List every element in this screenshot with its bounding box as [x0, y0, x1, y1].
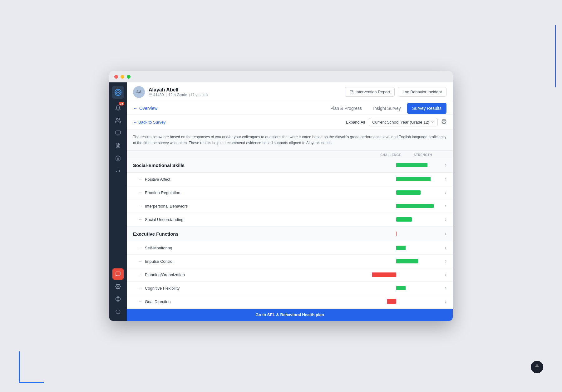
student-id-value: 41430 [153, 93, 164, 97]
accessibility-button[interactable] [531, 361, 543, 373]
sub-bar-area [334, 190, 440, 195]
category-social-emotional: Social-Emotional Skills › → Positive Aff [127, 158, 453, 227]
challenge-header: CHALLENGE [380, 153, 401, 157]
tab-insight-survey[interactable]: Insight Survey [368, 103, 406, 114]
sub-bar-area [334, 217, 440, 222]
sub-bar-challenge [372, 272, 396, 277]
sub-bar-area [334, 285, 440, 291]
bar-container [352, 176, 440, 182]
intervention-report-button[interactable]: Intervention Report [345, 87, 395, 97]
sub-name: Positive Affect [145, 177, 334, 182]
close-button[interactable] [114, 75, 118, 79]
sub-row-planning[interactable]: → Planning/Organization › [127, 268, 453, 282]
category-row-social-emotional[interactable]: Social-Emotional Skills › [127, 158, 453, 173]
category-executive-functions: Executive Functions › → Self-Monitoring [127, 227, 453, 309]
bar-container [352, 162, 440, 168]
tab-plan-progress[interactable]: Plan & Progress [325, 103, 367, 114]
svg-rect-8 [116, 131, 121, 134]
sidebar-groups[interactable] [112, 127, 124, 139]
sidebar-settings[interactable] [112, 281, 124, 292]
separator: | [165, 93, 166, 97]
avatar: AA [133, 86, 145, 98]
category-bar [396, 163, 427, 167]
back-survey-arrow: ← [133, 120, 137, 125]
column-headers: CHALLENGE STRENGTH [127, 151, 453, 158]
sub-name: Self-Monitoring [145, 246, 334, 250]
sub-name: Emotion Regulation [145, 190, 334, 195]
arrow-icon: → [138, 286, 142, 291]
student-id: 41430 [149, 93, 164, 97]
year-select[interactable]: Current School Year (Grade 12) [369, 118, 438, 126]
sidebar: 24 [109, 82, 127, 321]
sub-name: Impulse Control [145, 259, 334, 264]
sub-name: Goal Direction [145, 299, 334, 304]
back-to-survey[interactable]: ← Back to Survey [133, 120, 165, 125]
sub-bar [396, 286, 406, 290]
strength-header: STRENGTH [414, 153, 432, 157]
sub-row-impulse-control[interactable]: → Impulse Control › [127, 255, 453, 268]
sidebar-analytics[interactable] [112, 165, 124, 176]
sub-bar-area [334, 299, 440, 304]
minimize-button[interactable] [121, 75, 124, 79]
svg-rect-20 [149, 94, 152, 96]
svg-point-24 [537, 365, 538, 365]
bar-container [352, 231, 440, 237]
chevron-right-icon: › [445, 203, 446, 209]
sub-bar-challenge [387, 299, 396, 304]
sub-row-self-monitoring[interactable]: → Self-Monitoring › [127, 241, 453, 255]
year-label: Current School Year (Grade 12) [372, 120, 429, 125]
sub-name: Interpersonal Behaviors [145, 204, 334, 208]
sidebar-reports[interactable] [112, 140, 124, 151]
back-arrow-icon: ← [133, 106, 137, 111]
chevron-right-icon: › [445, 245, 446, 251]
app-container: 24 [109, 82, 453, 321]
arrow-icon: → [138, 177, 142, 182]
bar-container [352, 272, 440, 277]
sub-row-goal-direction[interactable]: → Goal Direction › [127, 295, 453, 308]
description-text: The results below are based on the respo… [127, 130, 453, 151]
sidebar-notifications[interactable]: 24 [112, 102, 124, 114]
bar-container [352, 258, 440, 264]
chevron-right-icon: › [445, 258, 446, 264]
sidebar-power[interactable] [112, 306, 124, 317]
svg-point-2 [117, 92, 119, 93]
arrow-icon: → [138, 299, 142, 304]
sub-row-positive-affect[interactable]: → Positive Affect › [127, 173, 453, 186]
sub-row-interpersonal[interactable]: → Interpersonal Behaviors › [127, 199, 453, 213]
sub-header-right: Expand All Current School Year (Grade 12… [346, 118, 446, 126]
category-name: Executive Functions [133, 231, 334, 237]
bar-container [352, 217, 440, 222]
back-to-overview[interactable]: ← Overview [133, 102, 157, 115]
sub-row-emotion-regulation[interactable]: → Emotion Regulation › [127, 186, 453, 199]
sub-row-cognitive-flexibility[interactable]: → Cognitive Flexibility › [127, 282, 453, 295]
sub-bar [396, 204, 434, 208]
sidebar-school[interactable] [112, 152, 124, 164]
arrow-icon: → [138, 217, 142, 222]
bar-container [352, 245, 440, 251]
sidebar-students[interactable] [112, 115, 124, 126]
sidebar-global[interactable] [112, 293, 124, 305]
center-marker [396, 232, 397, 236]
tab-survey-results[interactable]: Survey Results [407, 103, 446, 114]
student-info: Alayah Abell 41430 | 12th Grade [149, 87, 208, 97]
category-bar-area [334, 231, 440, 237]
chevron-right-icon: › [445, 217, 446, 222]
expand-all-button[interactable]: Expand All [346, 120, 365, 125]
log-behavior-button[interactable]: Log Behavior Incident [398, 87, 446, 97]
arrow-icon: → [138, 259, 142, 264]
category-row-executive[interactable]: Executive Functions › [127, 227, 453, 241]
category-name: Social-Emotional Skills [133, 163, 334, 168]
header-left: AA Alayah Abell 41430 | [133, 86, 208, 98]
bottom-cta-button[interactable]: Go to SEL & Behavioral Health plan [127, 309, 453, 321]
print-button[interactable] [441, 119, 446, 125]
sub-bar-area [334, 176, 440, 182]
window-frame: 24 [109, 71, 453, 321]
sub-bar [396, 217, 412, 222]
chevron-right-icon: › [445, 162, 446, 168]
sub-bar [396, 177, 431, 181]
sidebar-logo[interactable] [112, 86, 124, 99]
chevron-right-icon: › [445, 231, 446, 237]
maximize-button[interactable] [127, 75, 131, 79]
sidebar-messages[interactable] [112, 268, 124, 280]
sub-row-social-understanding[interactable]: → Social Understanding › [127, 213, 453, 226]
